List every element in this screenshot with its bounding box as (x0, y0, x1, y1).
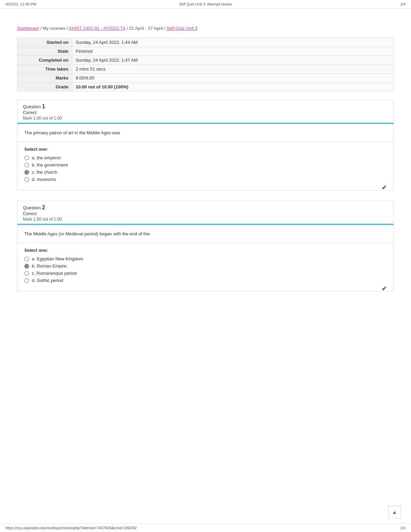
option-label: d. Gothic period (32, 278, 63, 283)
info-value: Sunday, 24 April 2022, 1:47 AM (72, 56, 394, 65)
questions-container: Question 1CorrectMark 1.00 out of 1.00Th… (17, 100, 394, 292)
option-label: b. the government (32, 162, 68, 168)
option-label: c. the church (32, 170, 57, 175)
question-text: The Middle Ages (or Medieval period) beg… (24, 231, 387, 236)
option-radio[interactable] (24, 278, 29, 283)
question-status: Correct (23, 110, 388, 115)
breadcrumb-mycourses: My courses (42, 26, 65, 31)
info-value: 2 mins 51 secs (72, 65, 394, 74)
footer-page-num: 1/4 (400, 526, 406, 530)
option-radio[interactable] (24, 156, 29, 160)
correct-checkmark-icon: ✔ (382, 184, 387, 191)
question-header: Question 2CorrectMark 1.00 out of 1.00 (17, 201, 394, 224)
option-label: c. Romanesque period (32, 271, 77, 276)
info-value: 9.00/9.00 (72, 74, 394, 83)
question-number: Question 2 (23, 205, 388, 211)
info-table-row: Time taken2 mins 51 secs (17, 65, 394, 74)
bottom-bar: https://my.uopeople.edu/mod/quiz/reviewp… (0, 523, 411, 532)
info-table-row: Started onSunday, 24 April 2022, 1:44 AM (17, 38, 394, 47)
question-header: Question 1CorrectMark 1.00 out of 1.00 (17, 100, 394, 123)
info-label: State (17, 47, 72, 56)
option-row: d. Gothic period (24, 278, 387, 283)
option-row: d. museums (24, 177, 387, 182)
scroll-top-icon: ▲ (392, 509, 397, 515)
question-body: The primary patron of art in the Middle … (17, 124, 394, 142)
option-label: a. the emperor (32, 155, 61, 160)
question-mark: Mark 1.00 out of 1.00 (23, 116, 388, 121)
info-table-row: Marks9.00/9.00 (17, 74, 394, 83)
top-bar-datetime: 4/23/22, 11:45 PM (5, 2, 36, 6)
option-radio[interactable] (24, 177, 29, 182)
option-radio[interactable] (24, 264, 29, 269)
info-table-row: Grade10.00 out of 10.00 (100%) (17, 83, 394, 91)
info-value: Finished (72, 47, 394, 56)
info-value: Sunday, 24 April 2022, 1:44 AM (72, 38, 394, 47)
option-row: a. Egyptian New Kingdom (24, 256, 387, 261)
question-block: Question 2CorrectMark 1.00 out of 1.00Th… (17, 201, 394, 292)
info-table: Started onSunday, 24 April 2022, 1:44 AM… (17, 38, 394, 91)
select-one-label: Select one: (24, 248, 387, 253)
info-table-row: Completed onSunday, 24 April 2022, 1:47 … (17, 56, 394, 65)
info-label: Time taken (17, 65, 72, 74)
option-label: a. Egyptian New Kingdom (32, 256, 83, 261)
scroll-top-button[interactable]: ▲ (388, 506, 401, 518)
select-one-label: Select one: (24, 147, 387, 152)
option-radio[interactable] (24, 163, 29, 168)
info-table-row: StateFinished (17, 47, 394, 56)
info-label: Started on (17, 38, 72, 47)
correct-checkmark-icon: ✔ (382, 285, 387, 293)
option-label: b. Roman Empire (32, 263, 66, 269)
breadcrumb-sep4: / (164, 26, 166, 31)
info-label: Marks (17, 74, 72, 83)
option-row: b. the government (24, 162, 387, 168)
breadcrumb-week: 21 April - 27 April (129, 26, 163, 31)
question-text: The primary patron of art in the Middle … (24, 130, 387, 135)
footer-url: https://my.uopeople.edu/mod/quiz/reviewp… (5, 526, 137, 530)
info-label: Completed on (17, 56, 72, 65)
options-section: Select one:a. Egyptian New Kingdomb. Rom… (17, 243, 394, 291)
info-label: Grade (17, 83, 72, 91)
question-block: Question 1CorrectMark 1.00 out of 1.00Th… (17, 100, 394, 190)
breadcrumb-sep3: / (127, 26, 129, 31)
question-status: Correct (23, 211, 388, 216)
option-label: d. museums (32, 177, 56, 182)
breadcrumb-course[interactable]: AHIST 1401-01 - AY2022-T4 (69, 26, 125, 31)
main-content: Dashboard / My courses / AHIST 1401-01 -… (0, 9, 411, 322)
option-row: c. the church (24, 170, 387, 175)
option-row: a. the emperor (24, 155, 387, 160)
top-bar-page-title: Self Quiz Unit 3: Attempt review (179, 2, 232, 6)
option-row: c. Romanesque period (24, 271, 387, 276)
option-radio[interactable] (24, 271, 29, 276)
breadcrumb-dashboard[interactable]: Dashboard (17, 26, 39, 31)
top-bar-page-num: 1/4 (400, 2, 406, 6)
info-value: 10.00 out of 10.00 (100%) (72, 83, 394, 91)
question-number: Question 1 (23, 103, 388, 110)
breadcrumb: Dashboard / My courses / AHIST 1401-01 -… (17, 26, 394, 31)
breadcrumb-quiz[interactable]: Self Quiz Unit 3 (166, 26, 197, 31)
question-body: The Middle Ages (or Medieval period) beg… (17, 225, 394, 243)
question-mark: Mark 1.00 out of 1.00 (23, 217, 388, 222)
option-radio[interactable] (24, 170, 29, 175)
options-section: Select one:a. the emperorb. the governme… (17, 142, 394, 190)
option-radio[interactable] (24, 257, 29, 261)
option-row: b. Roman Empire (24, 263, 387, 269)
top-bar: 4/23/22, 11:45 PM Self Quiz Unit 3: Atte… (0, 0, 411, 9)
